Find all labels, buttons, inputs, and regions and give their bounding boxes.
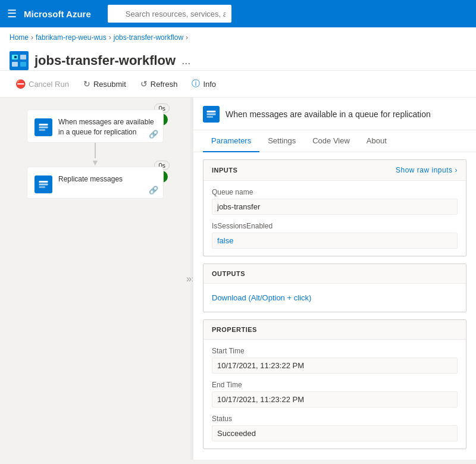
breadcrumb-home[interactable]: Home xyxy=(10,33,29,42)
tab-about[interactable]: About xyxy=(358,130,395,152)
workflow-step-1[interactable]: 0s ✓ When messages are available in a qu… xyxy=(27,109,164,143)
svg-rect-8 xyxy=(39,129,46,131)
info-button[interactable]: ⓘ Info xyxy=(186,76,222,92)
start-time-field: Start Time 10/17/2021, 11:23:22 PM xyxy=(212,347,458,374)
top-navigation-bar: ☰ Microsoft Azure 🔍 xyxy=(0,0,476,27)
workflow-step-2[interactable]: 0s ✓ Replicate messages 🔗 xyxy=(27,167,164,199)
svg-rect-13 xyxy=(207,114,216,115)
connector-line xyxy=(95,143,96,158)
inputs-section: INPUTS Show raw inputs › Queue name jobs… xyxy=(203,159,466,256)
status-field: Status Succeeded xyxy=(212,415,458,441)
svg-rect-10 xyxy=(39,183,48,185)
hamburger-menu-icon[interactable]: ☰ xyxy=(7,7,17,20)
detail-panel-title: When messages are available in a queue f… xyxy=(226,109,431,126)
svg-rect-0 xyxy=(10,51,29,70)
queue-name-field: Queue name jobs-transfer xyxy=(212,188,458,215)
breadcrumb-sep-2: › xyxy=(109,33,111,42)
step-1-label: When messages are available in a queue f… xyxy=(58,117,156,137)
inputs-section-header: INPUTS Show raw inputs › xyxy=(203,160,466,181)
chevron-right-icon: › xyxy=(455,166,458,174)
sessions-enabled-field: IsSessionsEnabled false xyxy=(212,222,458,249)
search-input[interactable] xyxy=(108,5,231,23)
breadcrumb-sep-3: › xyxy=(186,33,188,42)
status-value: Succeeded xyxy=(212,425,458,441)
detail-panel-icon xyxy=(203,106,220,123)
page-header: jobs-transfer-workflow ... xyxy=(0,48,476,71)
start-time-label: Start Time xyxy=(212,347,458,355)
step-2-label: Replicate messages xyxy=(58,174,156,184)
breadcrumb: Home › fabrikam-rep-weu-wus › jobs-trans… xyxy=(0,27,476,48)
connector-arrow-icon: ▼ xyxy=(91,158,99,167)
main-content: 0s ✓ When messages are available in a qu… xyxy=(0,98,476,460)
properties-section-body: Start Time 10/17/2021, 11:23:22 PM End T… xyxy=(203,340,466,449)
resubmit-button[interactable]: ↻ Resubmit xyxy=(77,76,132,92)
end-time-value: 10/17/2021, 11:23:22 PM xyxy=(212,391,458,407)
resubmit-icon: ↻ xyxy=(83,79,90,89)
outputs-label: OUTPUTS xyxy=(212,270,245,277)
step-2-icon xyxy=(35,175,52,193)
show-raw-inputs-link[interactable]: Show raw inputs › xyxy=(396,166,458,174)
workflow-diagram-panel: 0s ✓ When messages are available in a qu… xyxy=(0,98,190,460)
svg-rect-2 xyxy=(20,55,26,59)
replicate-icon xyxy=(38,179,49,190)
step-1-card[interactable]: When messages are available in a queue f… xyxy=(27,109,164,143)
tab-parameters[interactable]: Parameters xyxy=(203,130,259,152)
properties-section-header: PROPERTIES xyxy=(203,320,466,340)
tab-settings[interactable]: Settings xyxy=(259,130,304,152)
svg-rect-6 xyxy=(39,124,48,126)
status-label: Status xyxy=(212,415,458,423)
detail-panel-header: When messages are available in a queue f… xyxy=(193,98,476,130)
refresh-icon: ↺ xyxy=(140,79,148,89)
svg-rect-5 xyxy=(14,56,17,58)
start-time-value: 10/17/2021, 11:23:22 PM xyxy=(212,358,458,374)
end-time-field: End Time 10/17/2021, 11:23:22 PM xyxy=(212,381,458,407)
step-connector: ▼ xyxy=(91,143,99,167)
sessions-enabled-label: IsSessionsEnabled xyxy=(212,222,458,230)
detail-tabs: Parameters Settings Code View About xyxy=(193,130,476,152)
outputs-section-header: OUTPUTS xyxy=(203,264,466,284)
toolbar: ⛔ Cancel Run ↻ Resubmit ↺ Refresh ⓘ Info xyxy=(0,71,476,98)
detail-queue-icon xyxy=(206,109,217,120)
svg-rect-7 xyxy=(39,127,48,128)
queue-name-value: jobs-transfer xyxy=(212,199,458,215)
step-2-card[interactable]: Replicate messages 🔗 xyxy=(27,167,164,199)
outputs-section-body: Download (Alt/Option + click) xyxy=(203,284,466,312)
search-wrapper: 🔍 xyxy=(108,5,346,23)
queue-name-label: Queue name xyxy=(212,188,458,196)
breadcrumb-sep-1: › xyxy=(31,33,33,42)
cancel-run-button[interactable]: ⛔ Cancel Run xyxy=(10,76,75,92)
svg-rect-9 xyxy=(39,181,48,183)
refresh-button[interactable]: ↺ Refresh xyxy=(134,76,184,92)
svg-rect-11 xyxy=(39,186,46,188)
properties-label: PROPERTIES xyxy=(212,326,257,333)
properties-section: PROPERTIES Start Time 10/17/2021, 11:23:… xyxy=(203,319,466,449)
queue-icon xyxy=(38,122,49,133)
app-title: Microsoft Azure xyxy=(24,9,91,19)
detail-panel: When messages are available in a queue f… xyxy=(193,98,476,460)
svg-rect-14 xyxy=(207,116,214,118)
ellipsis-menu[interactable]: ... xyxy=(181,55,190,67)
end-time-label: End Time xyxy=(212,381,458,389)
download-link[interactable]: Download (Alt/Option + click) xyxy=(212,291,311,305)
step-2-link-icon: 🔗 xyxy=(149,186,158,195)
outputs-section: OUTPUTS Download (Alt/Option + click) xyxy=(203,264,466,312)
svg-rect-3 xyxy=(12,62,18,67)
info-icon: ⓘ xyxy=(192,79,200,89)
step-1-link-icon: 🔗 xyxy=(149,130,158,139)
tab-code-view[interactable]: Code View xyxy=(304,130,358,152)
inputs-label: INPUTS xyxy=(212,167,237,174)
step-1-icon xyxy=(35,118,52,136)
svg-rect-4 xyxy=(20,62,26,67)
breadcrumb-workflow[interactable]: jobs-transfer-workflow xyxy=(114,33,183,42)
workflow-icon xyxy=(10,51,29,70)
cancel-run-icon: ⛔ xyxy=(15,79,26,89)
breadcrumb-fabrikam[interactable]: fabrikam-rep-weu-wus xyxy=(36,33,107,42)
sessions-enabled-value: false xyxy=(212,233,458,249)
inputs-section-body: Queue name jobs-transfer IsSessionsEnabl… xyxy=(203,181,466,256)
svg-rect-12 xyxy=(207,111,216,112)
page-title: jobs-transfer-workflow xyxy=(35,53,176,68)
